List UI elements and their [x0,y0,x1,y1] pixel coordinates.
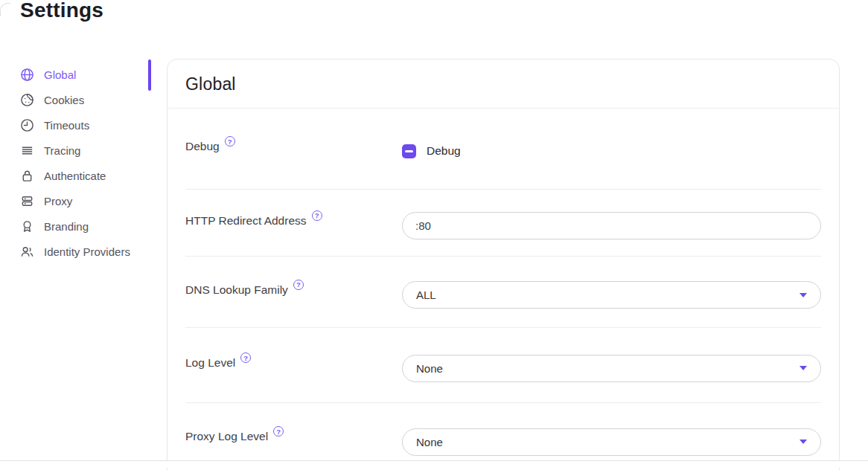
sidebar-item-branding[interactable]: Branding [20,213,151,239]
cookie-icon [20,93,34,107]
debug-checkbox-label: Debug [427,144,461,158]
chevron-down-icon [800,440,807,444]
panel-corner [0,3,10,16]
chevron-down-icon [800,293,807,297]
sidebar-item-proxy[interactable]: Proxy [20,188,151,213]
footer-bar [0,460,868,468]
log-level-select[interactable]: None [402,355,821,382]
form-row-http-redirect-address: HTTP Redirect Address ? [185,190,821,257]
sidebar-item-global[interactable]: Global [20,62,151,87]
sidebar-item-label: Tracing [44,144,80,157]
field-label-log-level: Log Level ? [185,356,402,370]
sidebar-item-tracing[interactable]: Tracing [20,138,151,163]
content-area: Global Cookies [0,59,868,470]
sidebar-item-label: Cookies [44,94,84,106]
lines-icon [20,144,34,158]
sidebar-item-cookies[interactable]: Cookies [20,87,151,112]
proxy-log-level-control: None [402,428,821,456]
help-icon[interactable]: ? [273,426,284,437]
sidebar-item-identity-providers[interactable]: Identity Providers [20,239,151,264]
field-label-proxy-log-level: Proxy Log Level ? [185,430,402,443]
server-icon [20,194,34,208]
debug-control: Debug [402,145,821,159]
log-level-control: None [402,355,821,382]
field-label-debug: Debug ? [185,140,402,153]
users-icon [20,245,34,259]
http-redirect-address-input[interactable] [402,212,821,239]
badge-icon [20,219,34,234]
select-value: None [416,362,443,375]
sidebar-item-label: Global [44,68,76,81]
select-value: None [416,436,443,448]
field-label-dns-lookup-family: DNS Lookup Family ? [185,283,402,297]
proxy-log-level-select[interactable]: None [402,428,821,456]
lock-icon [20,169,34,183]
sidebar-item-label: Timeouts [44,119,89,132]
dns-lookup-family-control: ALL [402,281,821,309]
sidebar-item-label: Identity Providers [44,245,130,258]
help-icon[interactable]: ? [293,280,304,290]
card-body: Debug ? Debug HTTP Redirect Address ? [167,109,839,470]
field-label-http-redirect-address: HTTP Redirect Address ? [185,214,402,228]
settings-page: Settings Global [0,0,868,468]
settings-sidebar: Global Cookies [20,59,151,264]
form-row-dns-lookup-family: DNS Lookup Family ? ALL [185,257,821,328]
help-icon[interactable]: ? [240,352,251,363]
page-title: Settings [0,0,868,22]
chevron-down-icon [800,366,807,370]
debug-checkbox[interactable] [402,144,416,158]
help-icon[interactable]: ? [312,210,322,221]
select-value: ALL [416,289,436,301]
sidebar-item-label: Proxy [44,195,72,207]
clock-icon [20,118,34,132]
form-row-log-level: Log Level ? None [185,328,821,403]
http-redirect-address-control [402,212,821,239]
sidebar-item-timeouts[interactable]: Timeouts [20,112,151,138]
help-icon[interactable]: ? [225,136,235,147]
card-title: Global [167,59,839,109]
sidebar-item-label: Branding [44,220,89,233]
dns-lookup-family-select[interactable]: ALL [402,281,821,309]
form-row-debug: Debug ? Debug [185,109,821,190]
sidebar-item-authenticate[interactable]: Authenticate [20,163,151,188]
active-item-indicator [148,59,151,91]
globe-icon [20,68,34,82]
global-settings-card: Global Debug ? Debug [167,59,840,470]
sidebar-item-label: Authenticate [44,170,106,182]
debug-checkbox-wrap: Debug [402,144,821,158]
